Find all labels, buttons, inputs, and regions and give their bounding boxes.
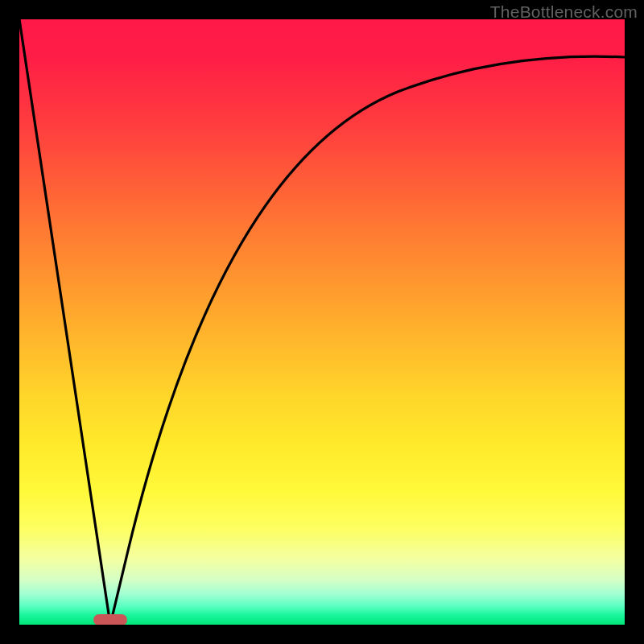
- plot-area: [19, 19, 625, 625]
- chart-frame: TheBottleneck.com: [0, 0, 644, 644]
- watermark-text: TheBottleneck.com: [490, 2, 638, 22]
- optimum-marker: [93, 614, 127, 625]
- curve-layer: [19, 19, 625, 625]
- v-curve: [19, 19, 625, 625]
